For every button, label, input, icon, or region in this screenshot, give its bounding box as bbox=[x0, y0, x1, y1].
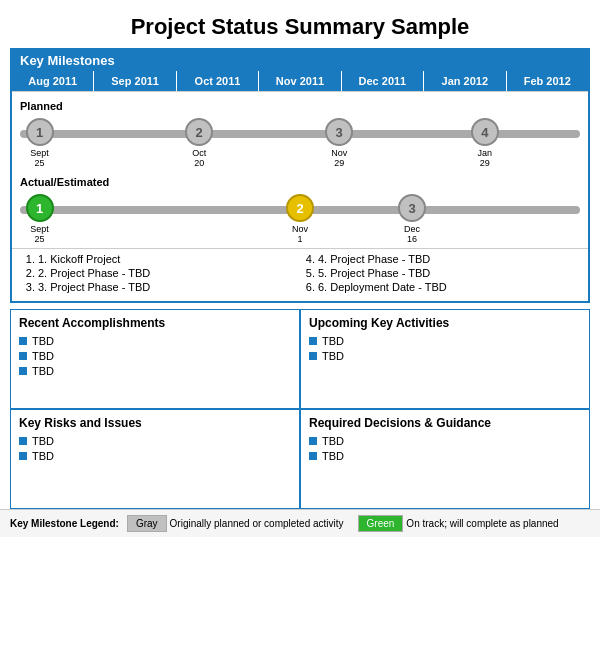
box3-title: Key Risks and Issues bbox=[19, 416, 291, 430]
month-jan: Jan 2012 bbox=[424, 71, 506, 91]
bullet-icon bbox=[309, 352, 317, 360]
month-oct: Oct 2011 bbox=[177, 71, 259, 91]
planned-date-1: Sept 25 bbox=[30, 148, 49, 168]
list-item: TBD bbox=[309, 350, 581, 362]
planned-date-2: Oct 20 bbox=[192, 148, 206, 168]
milestone-ol-left: 1. Kickoff Project 2. Project Phase - TB… bbox=[20, 253, 300, 293]
list-item: TBD bbox=[19, 350, 291, 362]
actual-date-3: Dec 16 bbox=[404, 224, 420, 244]
bullet-icon bbox=[309, 452, 317, 460]
box2-title: Upcoming Key Activities bbox=[309, 316, 581, 330]
planned-node-2: 2 bbox=[185, 118, 213, 146]
milestone-ol-right: 4. Project Phase - TBD 5. Project Phase … bbox=[300, 253, 580, 293]
planned-node-3: 3 bbox=[325, 118, 353, 146]
month-dec: Dec 2011 bbox=[342, 71, 424, 91]
planned-label: Planned bbox=[20, 100, 580, 112]
actual-date-2: Nov 1 bbox=[292, 224, 308, 244]
list-item: 5. Project Phase - TBD bbox=[318, 267, 580, 279]
bottom-grid: Recent Accomplishments TBD TBD TBD Upcom… bbox=[10, 309, 590, 509]
month-aug: Aug 2011 bbox=[12, 71, 94, 91]
upcoming-activities-box: Upcoming Key Activities TBD TBD bbox=[300, 309, 590, 409]
list-item: 3. Project Phase - TBD bbox=[38, 281, 300, 293]
legend-label: Key Milestone Legend: bbox=[10, 518, 119, 529]
milestone-list-area: 1. Kickoff Project 2. Project Phase - TB… bbox=[12, 248, 588, 301]
bullet-icon bbox=[19, 367, 27, 375]
milestone-list-left: 1. Kickoff Project 2. Project Phase - TB… bbox=[20, 253, 300, 295]
month-nov: Nov 2011 bbox=[259, 71, 341, 91]
month-sep: Sep 2011 bbox=[94, 71, 176, 91]
planned-node-4: 4 bbox=[471, 118, 499, 146]
planned-node-1: 1 bbox=[26, 118, 54, 146]
box1-title: Recent Accomplishments bbox=[19, 316, 291, 330]
planned-track: 1 Sept 25 2 Oct 20 3 Nov 29 bbox=[20, 114, 580, 166]
planned-date-3: Nov 29 bbox=[331, 148, 347, 168]
actual-node-3: 3 bbox=[398, 194, 426, 222]
actual-area: Actual/Estimated 1 Sept 25 2 Nov 1 3 bbox=[12, 176, 588, 248]
month-feb: Feb 2012 bbox=[507, 71, 588, 91]
actual-node-2: 2 bbox=[286, 194, 314, 222]
milestones-box: Key Milestones Aug 2011 Sep 2011 Oct 201… bbox=[10, 48, 590, 303]
legend-bar: Key Milestone Legend: Gray Originally pl… bbox=[0, 509, 600, 537]
list-item: TBD bbox=[309, 450, 581, 462]
legend-green-desc: On track; will complete as planned bbox=[406, 518, 558, 529]
actual-date-1: Sept 25 bbox=[30, 224, 49, 244]
page-title: Project Status Summary Sample bbox=[0, 0, 600, 48]
bullet-icon bbox=[309, 337, 317, 345]
actual-label: Actual/Estimated bbox=[20, 176, 580, 188]
risks-issues-box: Key Risks and Issues TBD TBD bbox=[10, 409, 300, 509]
planned-date-4: Jan 29 bbox=[478, 148, 493, 168]
bullet-icon bbox=[19, 337, 27, 345]
list-item: TBD bbox=[19, 450, 291, 462]
bullet-icon bbox=[19, 437, 27, 445]
box4-title: Required Decisions & Guidance bbox=[309, 416, 581, 430]
legend-green-swatch: Green bbox=[358, 515, 404, 532]
milestones-header: Key Milestones bbox=[12, 50, 588, 71]
milestone-list-right: 4. Project Phase - TBD 5. Project Phase … bbox=[300, 253, 580, 295]
bullet-icon bbox=[19, 352, 27, 360]
list-item: 6. Deployment Date - TBD bbox=[318, 281, 580, 293]
legend-gray-desc: Originally planned or completed activity bbox=[170, 518, 344, 529]
list-item: TBD bbox=[309, 335, 581, 347]
month-row: Aug 2011 Sep 2011 Oct 2011 Nov 2011 Dec … bbox=[12, 71, 588, 92]
list-item: TBD bbox=[19, 435, 291, 447]
list-item: 1. Kickoff Project bbox=[38, 253, 300, 265]
legend-gray-swatch: Gray bbox=[127, 515, 167, 532]
actual-track: 1 Sept 25 2 Nov 1 3 Dec 16 bbox=[20, 190, 580, 242]
actual-node-1: 1 bbox=[26, 194, 54, 222]
decisions-guidance-box: Required Decisions & Guidance TBD TBD bbox=[300, 409, 590, 509]
recent-accomplishments-box: Recent Accomplishments TBD TBD TBD bbox=[10, 309, 300, 409]
list-item: TBD bbox=[309, 435, 581, 447]
list-item: 2. Project Phase - TBD bbox=[38, 267, 300, 279]
planned-area: Planned 1 Sept 25 2 Oct 20 3 bbox=[12, 92, 588, 172]
list-item: 4. Project Phase - TBD bbox=[318, 253, 580, 265]
bullet-icon bbox=[19, 452, 27, 460]
bullet-icon bbox=[309, 437, 317, 445]
list-item: TBD bbox=[19, 365, 291, 377]
list-item: TBD bbox=[19, 335, 291, 347]
